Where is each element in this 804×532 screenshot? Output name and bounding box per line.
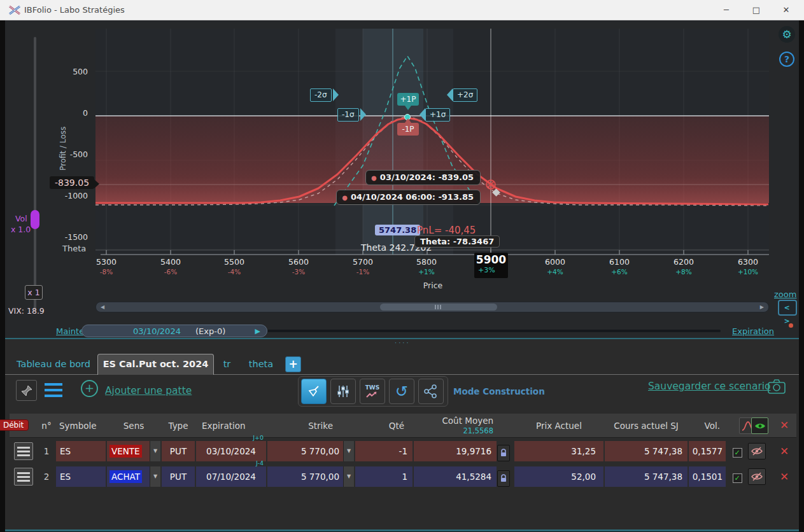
sliders-icon	[335, 384, 351, 399]
header-type[interactable]: Type	[161, 421, 195, 431]
tab-theta[interactable]: theta	[240, 359, 282, 369]
type-field[interactable]: PUT	[162, 441, 195, 461]
symbol-field[interactable]: ES	[56, 466, 106, 487]
row-number: 1	[38, 441, 55, 461]
add-leg-plus-icon[interactable]: +	[81, 380, 98, 397]
history-button[interactable]: ↺	[389, 379, 414, 404]
vol-slider-track[interactable]	[34, 37, 36, 311]
header-underlying[interactable]: Cours actuel SJ	[604, 421, 688, 431]
sens-dropdown[interactable]: ACHAT ▼	[107, 466, 160, 487]
show-all-legs-button[interactable]	[751, 417, 768, 434]
expiration-field[interactable]: 07/10/2024 J-4	[196, 466, 266, 487]
save-scenario-link[interactable]: Sauvegarder ce scenario	[648, 381, 771, 392]
qty-field[interactable]: 1	[355, 466, 413, 487]
dropdown-arrow-icon[interactable]: ▼	[343, 466, 354, 487]
timeline-date-pill[interactable]: 03/10/2024 (Exp-0) ▶	[81, 325, 267, 337]
menu-bar	[45, 383, 62, 386]
timeline-play-icon[interactable]: ▶	[255, 327, 260, 335]
highlighted-x-tick: 5900 +3%	[474, 253, 508, 278]
x-tick-pct: +1%	[404, 268, 449, 276]
maximize-button[interactable]: □	[742, 0, 770, 20]
delete-leg-button[interactable]: ✕	[773, 445, 795, 458]
zoom-arrows-button[interactable]: < >	[778, 300, 797, 316]
camera-icon[interactable]	[767, 378, 786, 395]
strike-field[interactable]: 5 770,00 ▼	[267, 466, 354, 487]
pnl-chart-plot[interactable]	[95, 29, 769, 255]
tab-tr[interactable]: tr	[214, 359, 240, 369]
close-button[interactable]: ✕	[772, 0, 800, 20]
expiration-date: 03/10/2024	[206, 446, 256, 456]
strike-field[interactable]: 5 770,00 ▼	[267, 441, 354, 461]
pin-button[interactable]	[16, 380, 37, 401]
header-sens[interactable]: Sens	[106, 421, 161, 431]
menu-bar	[17, 476, 30, 478]
x-tick-price: 5500	[212, 257, 257, 267]
tws-icon-label: TWS	[365, 384, 380, 391]
cost-field[interactable]: 41,5284	[414, 466, 497, 487]
dropdown-arrow-icon[interactable]: ▼	[150, 441, 160, 461]
window-title: IBFolio - Labo Stratégies	[24, 5, 125, 15]
minimize-button[interactable]: ─	[712, 0, 740, 20]
share-button[interactable]	[418, 379, 444, 404]
vol-cell: 0,1577	[689, 441, 726, 461]
header-strike[interactable]: Strike	[267, 421, 355, 431]
header-expiration[interactable]: Expiration	[195, 421, 267, 431]
scrollbar-right-arrow[interactable]: ▶	[760, 303, 764, 312]
current-price-badge: 5747.38	[375, 225, 420, 235]
chart-scrollbar-thumb[interactable]	[380, 304, 497, 311]
header-cost[interactable]: Coût Moyen 21,5568	[413, 416, 497, 435]
header-vol[interactable]: Vol.	[688, 421, 726, 431]
sigma-plus1-arrow-icon	[420, 108, 425, 121]
include-checkbox[interactable]: ✓	[733, 473, 742, 483]
delete-all-button[interactable]: ✕	[775, 419, 794, 431]
lock-cost-button[interactable]	[497, 470, 510, 487]
expiration-field[interactable]: 03/10/2024 J+0	[196, 441, 266, 461]
zoom-label[interactable]: zoom	[774, 290, 796, 299]
days-to-expiry-tag: J-4	[256, 460, 264, 466]
delete-leg-button[interactable]: ✕	[773, 470, 795, 483]
menu-bar	[17, 472, 30, 474]
tab-strategy-active[interactable]: ES Cal.Put oct. 2024	[97, 354, 214, 375]
adjust-sliders-button[interactable]	[330, 379, 356, 404]
minus1p-pin-badge[interactable]: -1P	[397, 123, 419, 136]
table-row: 1 ES VENTE ▼ PUT 03/10/2024 J+0 5 770,00…	[10, 439, 796, 463]
tab-dashboard[interactable]: Tableau de bord	[10, 359, 97, 369]
timeline-expiration-link[interactable]: Expiration	[732, 326, 774, 336]
header-price[interactable]: Prix Actuel	[514, 421, 604, 431]
plus1p-pin-badge[interactable]: +1P	[397, 93, 419, 106]
scrollbar-left-arrow[interactable]: ◀	[101, 303, 104, 312]
row-menu-button[interactable]	[14, 442, 33, 460]
strike-value: 5 770,00	[267, 441, 343, 461]
header-symbol[interactable]: Symbole	[55, 421, 106, 431]
sens-dropdown[interactable]: VENTE ▼	[107, 441, 160, 461]
x-tick-pct: +4%	[533, 268, 577, 276]
debit-badge[interactable]: Débit	[0, 419, 29, 431]
settings-gear-icon[interactable]: ⚙	[779, 26, 795, 43]
tooltip-today-text: 03/10/2024: -839.05	[380, 172, 474, 182]
lock-cost-button[interactable]	[497, 445, 510, 461]
multiplier-button[interactable]: x 1	[25, 285, 43, 300]
vol-slider-handle[interactable]	[31, 210, 39, 229]
add-leg-link[interactable]: Ajouter une patte	[105, 385, 192, 396]
help-icon[interactable]: ?	[779, 52, 794, 67]
x-tick-price: 5400	[148, 257, 193, 267]
chart-scrollbar-track[interactable]: ◀ ▶	[95, 302, 769, 312]
type-field[interactable]: PUT	[162, 466, 195, 487]
dropdown-arrow-icon[interactable]: ▼	[343, 441, 354, 461]
tws-link-button[interactable]: TWS	[360, 379, 385, 404]
hide-leg-button[interactable]	[748, 443, 766, 459]
cost-field[interactable]: 19,9716	[414, 441, 497, 461]
add-tab-button[interactable]: +	[285, 356, 301, 372]
menu-button[interactable]	[45, 383, 62, 397]
y-tick-m1000: -1000	[60, 191, 88, 200]
timeline-track[interactable]	[267, 330, 721, 332]
include-checkbox[interactable]: ✓	[733, 448, 742, 458]
construction-mode-button[interactable]	[301, 379, 327, 404]
header-qty[interactable]: Qté	[355, 421, 413, 431]
splitter-grip[interactable]: ····	[395, 339, 411, 346]
qty-field[interactable]: -1	[355, 441, 413, 461]
symbol-field[interactable]: ES	[56, 441, 106, 461]
row-menu-button[interactable]	[14, 468, 33, 486]
hide-leg-button[interactable]	[748, 468, 766, 485]
dropdown-arrow-icon[interactable]: ▼	[150, 466, 160, 487]
